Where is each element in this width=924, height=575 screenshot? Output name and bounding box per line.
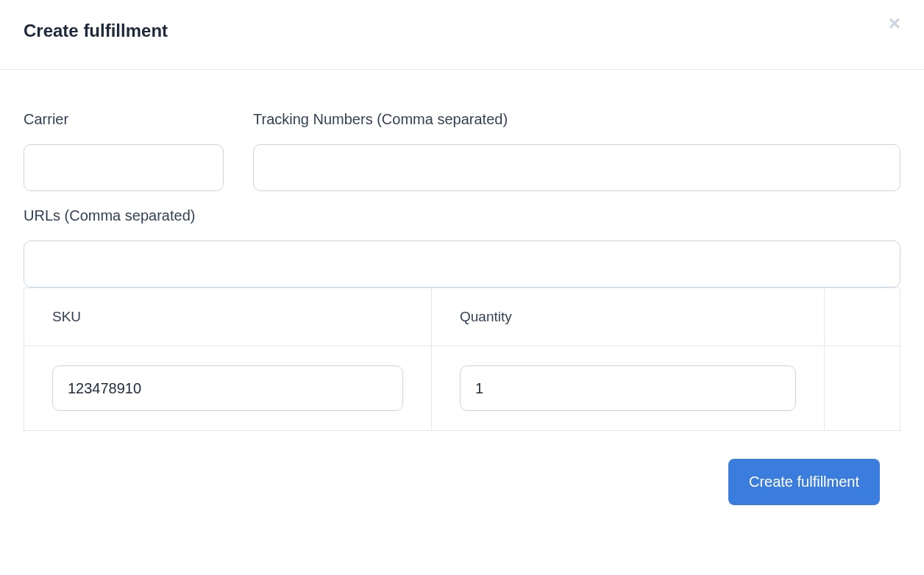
form-row-carrier-tracking: Carrier Tracking Numbers (Comma separate…	[24, 111, 900, 191]
carrier-input[interactable]	[24, 144, 224, 191]
modal-title: Create fulfillment	[24, 21, 168, 41]
blank-header	[825, 288, 900, 346]
close-icon: ×	[889, 12, 900, 35]
items-table: SKU Quantity	[24, 288, 900, 431]
sku-input[interactable]	[52, 365, 403, 411]
modal-footer: Create fulfillment	[0, 431, 924, 505]
carrier-group: Carrier	[24, 111, 224, 191]
tracking-numbers-input[interactable]	[253, 144, 900, 191]
table-row	[24, 346, 900, 431]
quantity-header: Quantity	[432, 288, 825, 346]
modal-header: Create fulfillment ×	[0, 0, 924, 70]
urls-group: URLs (Comma separated)	[24, 207, 900, 288]
quantity-cell	[432, 346, 825, 431]
modal-body: Carrier Tracking Numbers (Comma separate…	[0, 70, 924, 431]
tracking-numbers-group: Tracking Numbers (Comma separated)	[253, 111, 900, 191]
create-fulfillment-button[interactable]: Create fulfillment	[728, 459, 880, 505]
carrier-label: Carrier	[24, 111, 224, 128]
quantity-input[interactable]	[460, 365, 796, 411]
sku-cell	[24, 346, 432, 431]
sku-header: SKU	[24, 288, 432, 346]
tracking-numbers-label: Tracking Numbers (Comma separated)	[253, 111, 900, 128]
create-fulfillment-modal: Create fulfillment × Carrier Tracking Nu…	[0, 0, 924, 505]
blank-cell	[825, 346, 900, 431]
close-button[interactable]: ×	[889, 13, 900, 34]
urls-input[interactable]	[24, 240, 900, 288]
urls-label: URLs (Comma separated)	[24, 207, 900, 224]
table-header-row: SKU Quantity	[24, 288, 900, 346]
